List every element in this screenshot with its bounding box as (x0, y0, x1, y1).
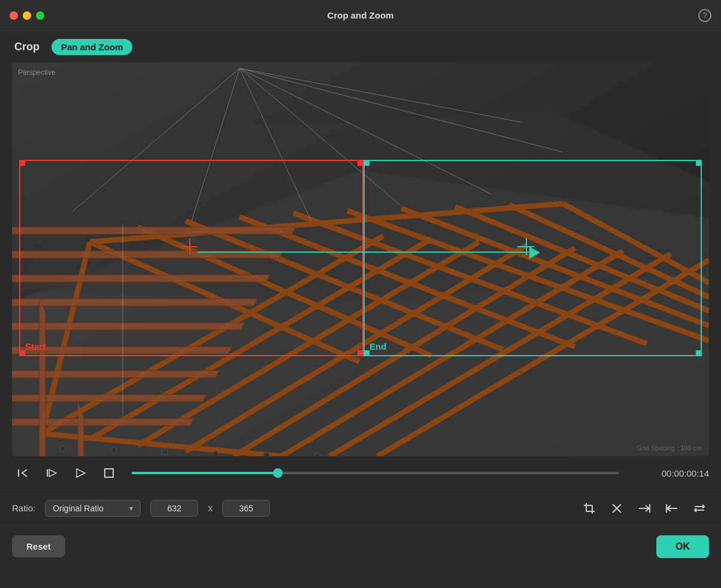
timeline-fill (132, 472, 278, 474)
window-controls (10, 11, 44, 20)
step-back-icon (16, 466, 29, 480)
align-right-icon (638, 502, 651, 515)
viewport: Perspective Start End Grid Spacing : 100… (12, 62, 709, 456)
svg-rect-61 (105, 469, 113, 477)
play-from-start-icon (45, 466, 58, 480)
play-button[interactable] (69, 462, 91, 484)
play-icon (74, 466, 87, 480)
minimize-button[interactable] (23, 11, 31, 20)
svg-point-54 (213, 451, 219, 456)
step-back-button[interactable] (12, 462, 34, 484)
timecode: 00:00:00:14 (631, 468, 709, 478)
close-icon (610, 502, 623, 515)
swap-button[interactable] (690, 499, 709, 518)
svg-point-52 (111, 447, 117, 453)
window-title: Crop and Zoom (328, 10, 394, 20)
ratio-label: Ratio: (12, 503, 35, 513)
svg-point-56 (314, 453, 320, 456)
swap-icon (693, 502, 706, 515)
svg-rect-31 (12, 275, 270, 282)
svg-rect-29 (12, 323, 245, 330)
tab-bar: Crop Pan and Zoom (0, 31, 721, 62)
chevron-down-icon: ▾ (129, 504, 133, 513)
help-icon[interactable]: ? (698, 9, 711, 22)
stop-icon (102, 466, 116, 480)
maximize-button[interactable] (36, 11, 44, 20)
svg-point-53 (162, 449, 168, 455)
svg-marker-60 (77, 469, 85, 477)
crop-tool-button[interactable] (580, 499, 599, 518)
pan-zoom-arrow (198, 251, 539, 253)
controls-bar: 00:00:00:14 (0, 456, 721, 490)
title-bar: Crop and Zoom ? (0, 0, 721, 31)
bottom-bar: Reset OK (0, 526, 721, 566)
ratio-dropdown-text: Original Ratio (53, 504, 125, 513)
grid-spacing-label: Grid Spacing : 100 cm (637, 444, 702, 451)
tab-crop[interactable]: Crop (14, 41, 40, 53)
perspective-label: Perspective (18, 68, 56, 77)
timeline-thumb[interactable] (273, 468, 283, 478)
svg-marker-59 (49, 469, 56, 477)
timeline-track[interactable] (132, 472, 619, 474)
play-from-start-button[interactable] (41, 462, 62, 484)
svg-rect-30 (12, 299, 258, 306)
tab-pan-zoom[interactable]: Pan and Zoom (51, 39, 132, 55)
dimension-separator: x (208, 503, 213, 514)
crosshair-vertical (189, 238, 190, 255)
svg-point-51 (60, 445, 66, 451)
clear-button[interactable] (607, 499, 626, 518)
arrow-head (529, 247, 540, 259)
svg-rect-33 (12, 227, 296, 234)
ok-button[interactable]: OK (656, 535, 709, 558)
align-left-button[interactable] (662, 499, 681, 518)
svg-point-55 (263, 452, 269, 456)
reset-button[interactable]: Reset (12, 535, 65, 557)
ratio-bar: Ratio: Original Ratio ▾ x (0, 490, 721, 526)
timeline[interactable] (132, 462, 619, 484)
crop-icon (582, 501, 596, 516)
height-input[interactable] (222, 500, 270, 517)
scene-svg (12, 62, 709, 456)
close-button[interactable] (10, 11, 18, 20)
svg-rect-34 (40, 296, 46, 456)
stop-button[interactable] (98, 462, 120, 484)
ratio-actions (580, 499, 709, 518)
ratio-dropdown[interactable]: Original Ratio ▾ (45, 500, 141, 517)
align-right-button[interactable] (635, 499, 654, 518)
crosshair-vertical (526, 238, 527, 255)
width-input[interactable] (150, 500, 198, 517)
align-left-icon (665, 502, 678, 515)
